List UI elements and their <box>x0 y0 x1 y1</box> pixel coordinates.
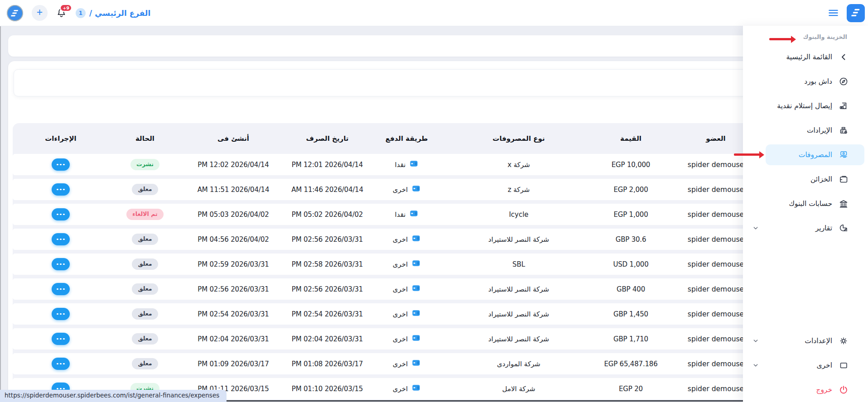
table-row: spider demouseGBP 1,450شركة النصر للاستي… <box>13 303 763 325</box>
created-at-cell: PM 04:56 2026/04/02 <box>181 229 285 250</box>
revenues-icon <box>838 125 849 136</box>
row-actions-button[interactable] <box>52 158 70 171</box>
value-cell: GBP 1,450 <box>593 303 668 325</box>
row-actions-button[interactable] <box>52 358 70 370</box>
sidebar-item-bank-accounts[interactable]: حسابات البنوك <box>743 191 868 216</box>
status-url-tooltip: https://spiderdemouser.spiderbees.com/is… <box>0 390 227 402</box>
app-logo-icon[interactable] <box>847 4 865 22</box>
breadcrumb[interactable]: الفرع الرئيسي / 1 <box>76 8 150 18</box>
payment-date-cell: PM 02:04 2026/03/31 <box>285 328 369 349</box>
actions-cell <box>13 229 109 250</box>
payment-method: اخرى <box>393 334 420 344</box>
notifications-bell-icon[interactable]: +9 <box>56 7 68 19</box>
payment-method-cell: اخرى <box>369 328 444 349</box>
status-badge: نشرت <box>130 159 159 170</box>
created-at-cell: PM 05:03 2026/04/02 <box>181 204 285 225</box>
value-cell: USD 1,000 <box>593 254 668 275</box>
payment-method-cell: اخرى <box>369 179 444 200</box>
sidebar-item-dashboard[interactable]: داش بورد <box>743 69 868 94</box>
actions-cell <box>13 353 109 374</box>
payment-date-cell: PM 01:10 2026/03/15 <box>285 378 369 399</box>
reports-icon <box>838 223 849 234</box>
wallet-mini-icon <box>410 159 418 170</box>
created-at-cell: PM 02:56 2026/03/31 <box>181 278 285 300</box>
created-at-cell: PM 02:59 2026/03/31 <box>181 254 285 275</box>
brand-logo-icon[interactable] <box>6 5 24 22</box>
payment-method: اخرى <box>393 234 420 244</box>
status-cell: معلق <box>109 353 181 374</box>
branch-count-badge: 1 <box>76 8 86 18</box>
chevron-left-icon <box>838 52 849 62</box>
status-cell: معلق <box>109 254 181 275</box>
expenses-table: العضوالقيمةنوع المصروفاتطريقة الدفعتاريخ… <box>13 123 763 402</box>
payment-method-cell: نقدا <box>369 204 444 225</box>
payment-method-label: اخرى <box>393 235 408 244</box>
sidebar-item-revenues[interactable]: الإيرادات <box>743 118 868 143</box>
add-button[interactable]: + <box>32 5 48 21</box>
window-edge <box>0 26 1 402</box>
status-cell: معلق <box>109 328 181 349</box>
chevron-down-icon <box>751 335 760 346</box>
chevron-down-icon <box>751 360 760 371</box>
status-badge: معلق <box>132 283 158 294</box>
status-cell: معلق <box>109 229 181 250</box>
row-actions-button[interactable] <box>52 333 70 345</box>
payment-method: اخرى <box>393 309 420 319</box>
column-header: تاريخ الصرف <box>285 127 369 150</box>
actions-cell <box>13 254 109 275</box>
sidebar-item-label: خروج <box>816 386 832 394</box>
status-badge: معلق <box>132 184 158 195</box>
status-badge: معلق <box>132 333 158 344</box>
wallet-mini-icon <box>412 184 420 195</box>
created-at-cell: PM 02:54 2026/03/31 <box>181 303 285 325</box>
payment-date-cell: AM 11:46 2026/04/14 <box>285 179 369 200</box>
row-actions-button[interactable] <box>52 208 70 220</box>
payment-date-cell: PM 02:58 2026/03/31 <box>285 254 369 275</box>
row-actions-button[interactable] <box>52 233 70 245</box>
payment-method: نقدا <box>395 159 419 170</box>
payment-method-label: اخرى <box>393 385 408 393</box>
payment-method: نقدا <box>395 209 419 220</box>
wallet-mini-icon <box>412 259 420 269</box>
table-row: spider demouseGBP 400شركة النصر للاستيرا… <box>13 278 763 300</box>
sidebar-item-expenses[interactable]: المصروفات <box>766 144 864 165</box>
topbar-right <box>827 4 868 22</box>
row-actions-button[interactable] <box>52 258 70 270</box>
value-cell: GBP 30.6 <box>593 229 668 250</box>
payment-date-cell: PM 02:56 2026/03/31 <box>285 278 369 300</box>
value-cell: EGP 10,000 <box>593 154 668 175</box>
status-cell: نشرت <box>109 154 181 175</box>
sidebar-item-label: المصروفات <box>799 151 832 159</box>
created-at-cell: PM 12:02 2026/04/14 <box>181 154 285 175</box>
sidebar-item-treasuries[interactable]: الخزائن <box>743 167 868 191</box>
status-badge: معلق <box>132 258 158 269</box>
filter-bar[interactable] <box>14 69 759 96</box>
payment-method-cell: نقدا <box>369 154 444 175</box>
row-actions-button[interactable] <box>52 283 70 295</box>
payment-method: اخرى <box>393 284 420 294</box>
sidebar-item-label: حسابات البنوك <box>789 200 832 208</box>
table-row: spider demouseGBP 30.6شركة النصر للاستير… <box>13 229 763 250</box>
wallet-mini-icon <box>412 284 420 294</box>
payment-method-label: اخرى <box>393 360 408 368</box>
sidebar-item-label: اخرى <box>816 361 832 369</box>
payment-method-label: نقدا <box>395 211 406 219</box>
table-row: spider demouseUSD 1,000SBLاخرىPM 02:58 2… <box>13 254 763 275</box>
row-actions-button[interactable] <box>52 308 70 320</box>
cash-receipt-icon <box>838 100 849 111</box>
payment-method-cell: اخرى <box>369 254 444 275</box>
created-at-cell: PM 01:09 2026/03/17 <box>181 353 285 374</box>
wallet-mini-icon <box>412 359 420 369</box>
status-cell: تم الالغاء <box>109 204 181 225</box>
table-header-row: العضوالقيمةنوع المصروفاتطريقة الدفعتاريخ… <box>13 127 763 150</box>
sidebar-item-reports[interactable]: تقارير <box>743 216 868 240</box>
menu-hamburger-icon[interactable] <box>827 7 839 19</box>
wallet-mini-icon <box>412 383 420 394</box>
sidebar-item-main-menu[interactable]: القائمة الرئيسية <box>743 45 868 69</box>
sidebar-item-other[interactable]: اخرى <box>743 353 868 378</box>
sidebar-item-settings[interactable]: الإعدادات <box>743 329 868 353</box>
payment-method-label: نقدا <box>395 161 406 169</box>
row-actions-button[interactable] <box>52 183 70 196</box>
sidebar-item-logout[interactable]: خروج <box>743 378 868 402</box>
sidebar-item-cash-receipt[interactable]: إيصال إستلام نقدية <box>743 94 868 118</box>
